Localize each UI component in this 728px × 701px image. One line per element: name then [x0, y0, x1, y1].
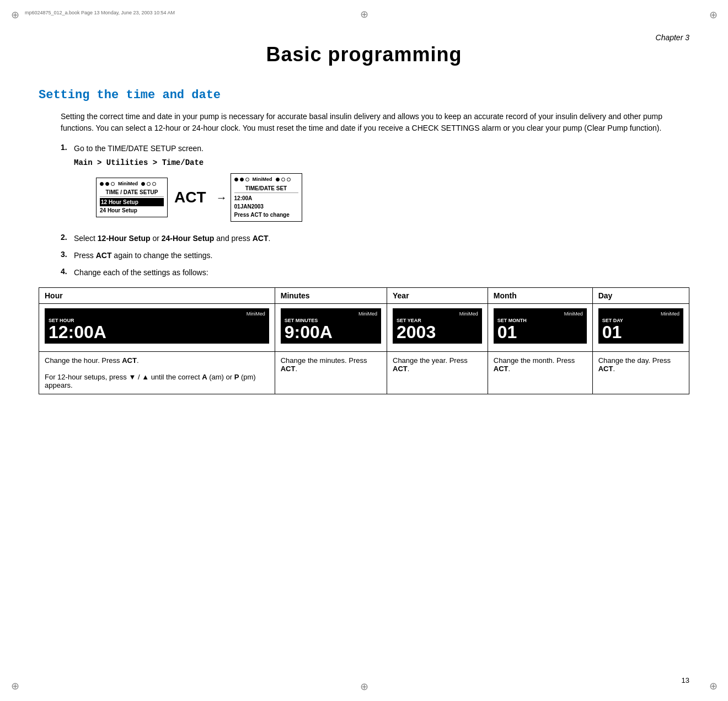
minutes-value: 9:00A	[285, 323, 377, 341]
col-minutes: Minutes	[275, 287, 387, 303]
cell-year-desc: Change the year. Press ACT.	[387, 351, 488, 394]
settings-table: Hour Minutes Year Month Day MiniMed SET …	[39, 287, 689, 394]
day-value: 01	[602, 323, 679, 341]
corner-mark-br: ⊕	[706, 679, 720, 693]
dot1	[100, 182, 104, 186]
dot6	[152, 182, 156, 186]
step-3: 3. Press ACT again to change the setting…	[61, 250, 689, 261]
table-row-screens: MiniMed SET HOUR 12:00A MiniMed SET MINU…	[39, 303, 689, 351]
steps-list: 1. Go to the TIME/DATE SETUP screen. Mai…	[39, 143, 689, 279]
month-value: 01	[497, 323, 583, 341]
chapter-title: Basic programming	[39, 43, 689, 66]
screen-left: MiniMed TIME / DATE SETUP 12 Hour Setup …	[96, 178, 168, 218]
dot5	[147, 182, 151, 186]
cell-minutes-screen: MiniMed SET MINUTES 9:00A	[275, 303, 387, 351]
step-2-content: Select 12-Hour Setup or 24-Hour Setup an…	[74, 233, 270, 244]
cell-day-screen: MiniMed SET DAY 01	[592, 303, 689, 351]
screen-left-title: TIME / DATE SETUP	[100, 188, 164, 197]
minutes-device: MiniMed SET MINUTES 9:00A	[281, 308, 381, 344]
step-1: 1. Go to the TIME/DATE SETUP screen. Mai…	[61, 143, 689, 227]
section-heading: Setting the time and date	[39, 88, 689, 102]
step-1-num: 1.	[61, 143, 74, 152]
step-2-num: 2.	[61, 233, 74, 242]
minutes-brand: MiniMed	[285, 311, 377, 317]
day-brand: MiniMed	[602, 311, 679, 317]
rdot3	[245, 178, 249, 181]
corner-mark-tl: ⊕	[8, 8, 22, 22]
year-value: 2003	[397, 323, 478, 341]
screen-right: MiniMed TIME/DATE SET 12:00A 01JAN2003 P…	[231, 173, 302, 222]
hour-brand: MiniMed	[49, 311, 265, 317]
page-number: 13	[682, 676, 689, 684]
chapter-label: Chapter 3	[39, 33, 689, 42]
table-row-descriptions: Change the hour. Press ACT. For 12-hour …	[39, 351, 689, 394]
step-4-content: Change each of the settings as follows:	[74, 267, 208, 279]
cell-month-desc: Change the month. Press ACT.	[488, 351, 592, 394]
filepath: mp6024875_012_a.book Page 13 Monday, Jun…	[25, 10, 175, 15]
year-device: MiniMed SET YEAR 2003	[393, 308, 482, 344]
step-3-num: 3.	[61, 250, 74, 259]
center-mark-bottom: ⊕	[360, 681, 368, 693]
screen-left-line2: 24 Hour Setup	[100, 206, 164, 215]
screen-right-line3: Press ACT to change	[234, 211, 298, 219]
step-4: 4. Change each of the settings as follow…	[61, 267, 689, 279]
rdot6	[287, 178, 291, 181]
act-label: ACT	[174, 186, 206, 209]
cell-hour-desc: Change the hour. Press ACT. For 12-hour …	[39, 351, 275, 394]
corner-mark-tr: ⊕	[706, 8, 720, 22]
rdot1	[234, 178, 238, 181]
col-day: Day	[592, 287, 689, 303]
month-device: MiniMed SET MONTH 01	[494, 308, 587, 344]
brand-right: MiniMed	[253, 176, 272, 184]
intro-paragraph: Setting the correct time and date in you…	[39, 111, 689, 134]
step-4-num: 4.	[61, 267, 74, 276]
screen-left-line1: 12 Hour Setup	[100, 198, 164, 206]
cell-minutes-desc: Change the minutes. Press ACT.	[275, 351, 387, 394]
screen-left-dots: MiniMed	[100, 180, 164, 188]
step-1-content: Go to the TIME/DATE SETUP screen. Main >…	[74, 143, 302, 227]
screen-right-title: TIME/DATE SET	[234, 184, 298, 193]
cell-month-screen: MiniMed SET MONTH 01	[488, 303, 592, 351]
step-1-text: Go to the TIME/DATE SETUP screen.	[74, 144, 204, 153]
col-year: Year	[387, 287, 488, 303]
screen-right-line1: 12:00A	[234, 194, 298, 202]
col-hour: Hour	[39, 287, 275, 303]
step-3-content: Press ACT again to change the settings.	[74, 250, 212, 261]
dot2	[105, 182, 109, 186]
rdot5	[281, 178, 285, 181]
rdot2	[240, 178, 244, 181]
step-2: 2. Select 12-Hour Setup or 24-Hour Setup…	[61, 233, 689, 244]
month-brand: MiniMed	[497, 311, 583, 317]
screen-right-line2: 01JAN2003	[234, 202, 298, 211]
corner-mark-bl: ⊕	[8, 679, 22, 693]
dot3	[111, 182, 115, 186]
brand-left: MiniMed	[118, 180, 138, 188]
year-brand: MiniMed	[397, 311, 478, 317]
step-4-text: Change each of the settings as follows:	[74, 268, 208, 277]
center-mark-top: ⊕	[360, 8, 368, 20]
cell-day-desc: Change the day. Press ACT.	[592, 351, 689, 394]
dot4	[141, 182, 145, 186]
hour-device: MiniMed SET HOUR 12:00A	[45, 308, 269, 344]
hour-value: 12:00A	[49, 323, 265, 341]
screen-right-dots: MiniMed	[234, 176, 298, 184]
day-device: MiniMed SET DAY 01	[598, 308, 683, 344]
step-1-subtext: Main > Utilities > Time/Date	[74, 158, 204, 167]
screen-diagram: MiniMed TIME / DATE SETUP 12 Hour Setup …	[96, 173, 302, 222]
arrow-icon: →	[216, 189, 227, 206]
cell-year-screen: MiniMed SET YEAR 2003	[387, 303, 488, 351]
cell-hour-screen: MiniMed SET HOUR 12:00A	[39, 303, 275, 351]
col-month: Month	[488, 287, 592, 303]
rdot4	[276, 178, 280, 181]
